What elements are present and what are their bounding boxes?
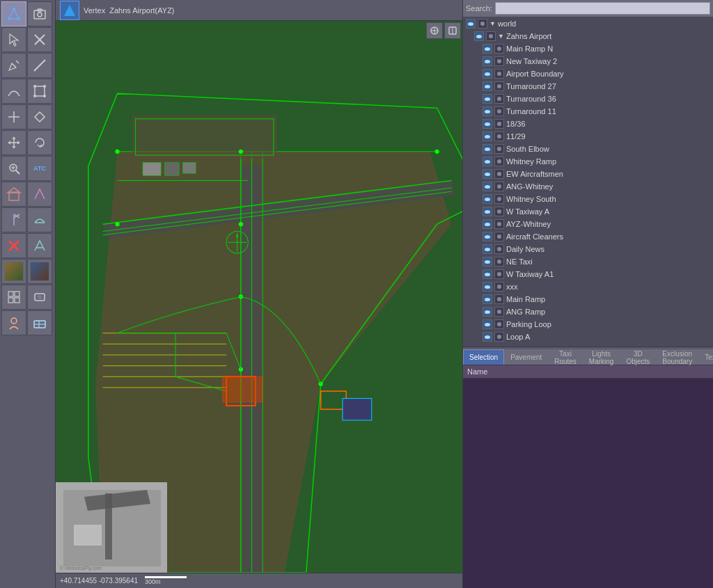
tree-item[interactable]: W Taxiway A: [463, 205, 713, 218]
tool-pen[interactable]: [1, 53, 26, 78]
tree-expand-arrow[interactable]: ▼: [489, 20, 496, 27]
tool-unknown5[interactable]: [27, 233, 52, 258]
tree-item[interactable]: Whitney South: [463, 193, 713, 205]
visibility-icon[interactable]: [483, 332, 492, 342]
tab-pavement[interactable]: Pavement: [504, 349, 548, 365]
visibility-icon[interactable]: [483, 307, 492, 317]
tree-item[interactable]: 18/36: [463, 118, 713, 130]
tree-item-label: xxx: [506, 283, 518, 291]
tree-item[interactable]: Main Ramp N: [463, 42, 713, 55]
tree-item[interactable]: W Taxiway A1: [463, 268, 713, 280]
tree-item[interactable]: Daily News: [463, 243, 713, 255]
visibility-icon[interactable]: [483, 232, 492, 241]
visibility-icon[interactable]: [483, 94, 492, 104]
search-label: Search:: [466, 4, 492, 13]
tab-3d-objects[interactable]: 3DObjects: [620, 349, 656, 365]
tool-vertex[interactable]: [1, 1, 26, 26]
tool-unknown2[interactable]: [27, 104, 52, 129]
tree-item[interactable]: ▼world: [463, 17, 713, 30]
tool-unknown3[interactable]: [27, 182, 52, 207]
visibility-icon[interactable]: [483, 144, 492, 154]
tool-cross[interactable]: [27, 27, 52, 52]
visibility-icon[interactable]: [483, 282, 492, 292]
visibility-icon[interactable]: [483, 132, 492, 141]
visibility-icon[interactable]: [483, 119, 492, 129]
tree-item[interactable]: Turnaround 36: [463, 93, 713, 105]
tree-item[interactable]: Turnaround 27: [463, 80, 713, 93]
tool-line[interactable]: [27, 53, 52, 78]
tool-move[interactable]: [1, 130, 26, 155]
visibility-icon[interactable]: [483, 157, 492, 166]
tree-item[interactable]: EW Aircraftsmen: [463, 168, 713, 180]
tree-item[interactable]: ANG-Whitney: [463, 180, 713, 193]
visibility-icon[interactable]: [466, 19, 476, 29]
tool-texture2[interactable]: [27, 259, 52, 284]
tree-item[interactable]: Aircraft Cleaners: [463, 230, 713, 243]
svg-point-109: [497, 184, 501, 189]
tree-item[interactable]: AYZ-Whitney: [463, 218, 713, 230]
visibility-icon[interactable]: [483, 319, 492, 329]
right-panel: Search: ▼world▼Zahns AirportMain Ramp NN…: [462, 0, 713, 588]
visibility-icon[interactable]: [483, 44, 492, 54]
visibility-icon[interactable]: [483, 269, 492, 279]
tool-curve[interactable]: [1, 79, 26, 104]
tool-rotate[interactable]: [27, 130, 52, 155]
tool-unknown4[interactable]: [27, 207, 52, 232]
visibility-icon[interactable]: [483, 207, 492, 216]
tab-selection[interactable]: Selection: [463, 349, 504, 365]
tool-camera[interactable]: [27, 1, 52, 26]
svg-point-103: [497, 109, 501, 113]
tool-unknown6[interactable]: [27, 285, 52, 310]
map-canvas[interactable]: © HistoricalFly.com: [56, 21, 462, 573]
tree-item[interactable]: 11/29: [463, 130, 713, 143]
visibility-icon[interactable]: [483, 169, 492, 179]
visibility-icon[interactable]: [483, 294, 492, 304]
tree-item[interactable]: New Taxiway 2: [463, 55, 713, 67]
visibility-icon[interactable]: [483, 257, 492, 267]
tool-unknown1[interactable]: [1, 104, 26, 129]
visibility-icon[interactable]: [483, 106, 492, 116]
tool-zoom[interactable]: [1, 156, 26, 181]
tree-item[interactable]: ▼Zahns Airport: [463, 30, 713, 42]
svg-rect-34: [8, 298, 13, 303]
tree-item[interactable]: South Elbow: [463, 143, 713, 155]
tab-texture[interactable]: Texture: [698, 349, 713, 365]
tab-lights-marking[interactable]: LightsMarking: [583, 349, 620, 365]
mode-label: Vertex: [84, 6, 105, 15]
tool-texture1[interactable]: [1, 259, 26, 284]
visibility-icon[interactable]: [483, 244, 492, 254]
tool-select[interactable]: [1, 27, 26, 52]
tree-item[interactable]: Main Ramp: [463, 293, 713, 305]
tool-delete[interactable]: [1, 233, 26, 258]
tree-item[interactable]: NE Taxi: [463, 255, 713, 268]
tree-expand-arrow[interactable]: ▼: [498, 33, 504, 40]
tree-item[interactable]: Turnaround 11: [463, 105, 713, 118]
tree-item[interactable]: xxx: [463, 280, 713, 293]
tab-bar: SelectionPavementTaxiRoutesLightsMarking…: [463, 347, 713, 365]
map-icon-1[interactable]: [426, 22, 443, 39]
tool-polygon[interactable]: [27, 79, 52, 104]
tab-taxi-routes[interactable]: TaxiRoutes: [548, 349, 583, 365]
tab-exclusion-boundary[interactable]: ExclusionBoundary: [656, 349, 698, 365]
visibility-icon[interactable]: [474, 31, 484, 41]
tool-waypoint[interactable]: [1, 207, 26, 232]
visibility-icon[interactable]: [483, 81, 492, 91]
visibility-icon[interactable]: [483, 219, 492, 229]
tree-item[interactable]: ANG Ramp: [463, 305, 713, 318]
type-icon: [494, 94, 504, 104]
visibility-icon[interactable]: [483, 182, 492, 191]
tool-atc[interactable]: ATC: [27, 156, 52, 181]
map-icon-2[interactable]: [444, 22, 461, 39]
tool-unknown8[interactable]: [27, 310, 52, 335]
visibility-icon[interactable]: [483, 69, 492, 79]
visibility-icon[interactable]: [483, 56, 492, 66]
tree-item[interactable]: Loop A: [463, 331, 713, 343]
visibility-icon[interactable]: [483, 194, 492, 204]
tree-item[interactable]: Parking Loop: [463, 318, 713, 331]
tree-item[interactable]: Whitney Ramp: [463, 155, 713, 168]
tool-unknown7[interactable]: [1, 310, 26, 335]
tool-building[interactable]: [1, 182, 26, 207]
search-input[interactable]: [495, 2, 710, 15]
tool-grid[interactable]: [1, 285, 26, 310]
tree-item[interactable]: Airport Boundary: [463, 67, 713, 80]
